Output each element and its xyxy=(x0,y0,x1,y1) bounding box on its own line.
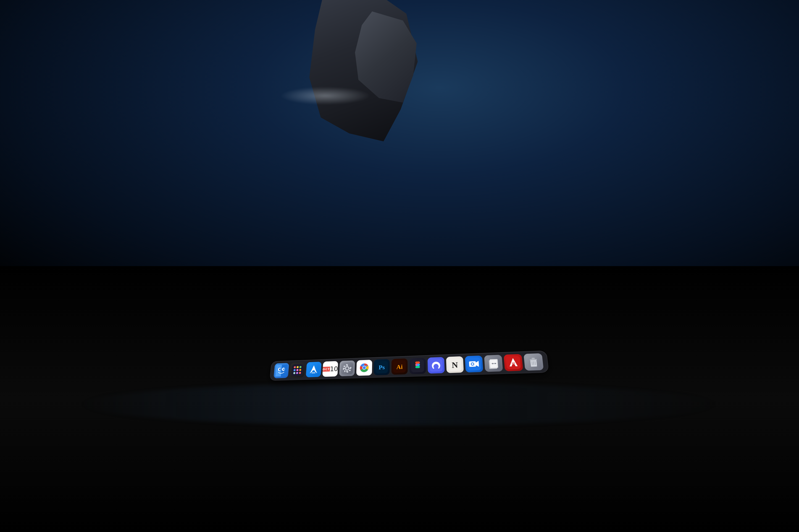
dock-app-discord[interactable] xyxy=(428,357,445,374)
svg-line-71 xyxy=(533,361,534,365)
svg-text:Ps: Ps xyxy=(379,364,385,371)
svg-rect-50 xyxy=(430,359,443,372)
svg-line-72 xyxy=(535,361,535,365)
dock-app-sysprefs[interactable] xyxy=(339,360,355,376)
svg-text:N: N xyxy=(452,361,458,369)
dock-app-finder[interactable] xyxy=(273,363,289,379)
svg-rect-29 xyxy=(349,369,351,371)
calendar-month: OCT xyxy=(322,366,330,372)
svg-rect-31 xyxy=(344,370,346,372)
dock-app-preview[interactable] xyxy=(484,355,503,372)
dock-app-notion[interactable]: N xyxy=(446,356,464,373)
svg-text:Ai: Ai xyxy=(396,363,403,370)
dock-app-trash[interactable] xyxy=(524,353,544,370)
dock-app-launchpad[interactable] xyxy=(289,362,305,378)
dock-app-photoshop[interactable]: Ps xyxy=(374,359,390,375)
keyboard-reflection xyxy=(80,383,719,426)
svg-rect-69 xyxy=(531,358,534,360)
dock-app-chrome[interactable] xyxy=(356,360,372,376)
dock-app-zoom[interactable] xyxy=(465,356,483,373)
wallpaper xyxy=(0,0,799,292)
dock-app-appstore[interactable] xyxy=(306,362,322,377)
svg-rect-33 xyxy=(344,365,345,367)
dock-app-acrobat[interactable] xyxy=(504,354,523,371)
water-foam xyxy=(280,87,371,105)
dock-app-calendar[interactable]: OCT 10 xyxy=(322,361,338,377)
dock-app-figma[interactable] xyxy=(409,358,426,374)
dock-app-illustrator[interactable]: Ai xyxy=(392,359,408,375)
svg-line-70 xyxy=(532,361,532,365)
calendar-day: 10 xyxy=(330,364,338,373)
